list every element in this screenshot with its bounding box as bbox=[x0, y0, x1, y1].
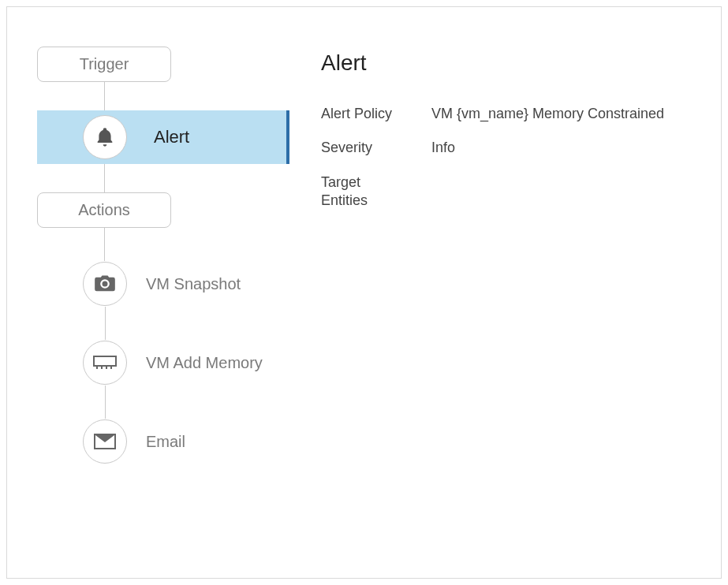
detail-value: VM {vm_name} Memory Constrained bbox=[431, 106, 664, 122]
detail-key: Target Entities bbox=[321, 173, 431, 211]
actions-node[interactable]: Actions bbox=[37, 192, 171, 228]
details-title: Alert bbox=[321, 50, 700, 76]
detail-key: Severity bbox=[321, 140, 431, 156]
camera-icon bbox=[94, 274, 116, 293]
action-item-email[interactable]: Email bbox=[83, 419, 289, 464]
action-label: VM Snapshot bbox=[146, 275, 241, 293]
action-item-vm-add-memory[interactable]: VM Add Memory bbox=[83, 340, 289, 386]
detail-value: Info bbox=[431, 140, 455, 156]
alert-label: Alert bbox=[154, 127, 189, 147]
trigger-node[interactable]: Trigger bbox=[37, 47, 171, 82]
flow-connector bbox=[105, 386, 106, 419]
action-label: VM Add Memory bbox=[146, 354, 263, 372]
action-item-vm-snapshot[interactable]: VM Snapshot bbox=[83, 261, 289, 307]
action-circle bbox=[83, 262, 127, 306]
flow-connector bbox=[104, 164, 105, 192]
alert-node[interactable]: Alert bbox=[37, 110, 289, 164]
bell-icon bbox=[94, 126, 116, 148]
diagram-canvas: Trigger Alert Actions bbox=[6, 6, 722, 579]
svg-rect-0 bbox=[94, 356, 116, 366]
details-panel: Alert Alert Policy VM {vm_name} Memory C… bbox=[321, 50, 700, 228]
detail-row-alert-policy: Alert Policy VM {vm_name} Memory Constra… bbox=[321, 106, 700, 122]
flow-connector bbox=[104, 82, 105, 110]
detail-key: Alert Policy bbox=[321, 106, 431, 122]
detail-row-target-entities: Target Entities bbox=[321, 173, 700, 211]
action-circle bbox=[83, 341, 127, 385]
trigger-label: Trigger bbox=[80, 55, 129, 73]
email-icon bbox=[94, 434, 116, 449]
actions-label: Actions bbox=[78, 201, 130, 219]
action-label: Email bbox=[146, 433, 185, 451]
action-circle bbox=[83, 419, 127, 464]
flow-connector bbox=[104, 228, 105, 261]
flow-column: Trigger Alert Actions bbox=[37, 47, 289, 464]
alert-circle bbox=[83, 115, 127, 159]
detail-row-severity: Severity Info bbox=[321, 140, 700, 156]
flow-connector bbox=[105, 307, 106, 340]
memory-icon bbox=[93, 356, 117, 370]
